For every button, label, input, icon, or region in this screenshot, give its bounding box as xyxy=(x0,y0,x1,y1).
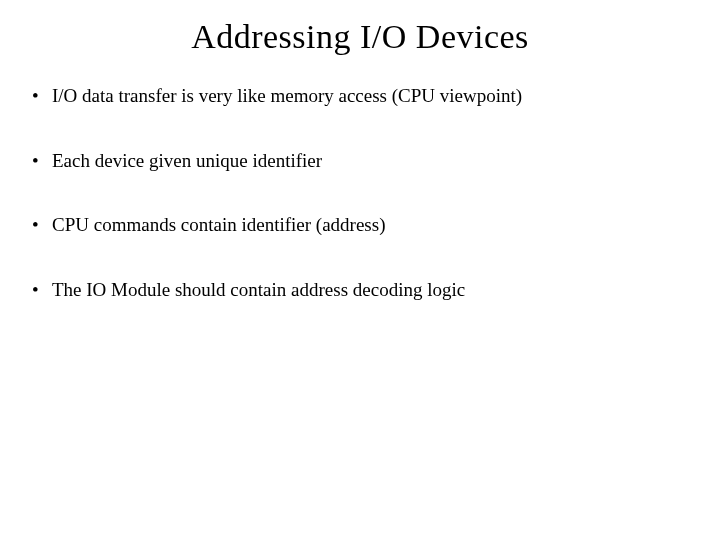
bullet-list: I/O data transfer is very like memory ac… xyxy=(20,84,700,303)
bullet-item: The IO Module should contain address dec… xyxy=(32,278,700,303)
bullet-item: I/O data transfer is very like memory ac… xyxy=(32,84,700,109)
bullet-item: Each device given unique identifier xyxy=(32,149,700,174)
slide-title: Addressing I/O Devices xyxy=(20,18,700,56)
slide-container: Addressing I/O Devices I/O data transfer… xyxy=(0,0,720,540)
bullet-item: CPU commands contain identifier (address… xyxy=(32,213,700,238)
